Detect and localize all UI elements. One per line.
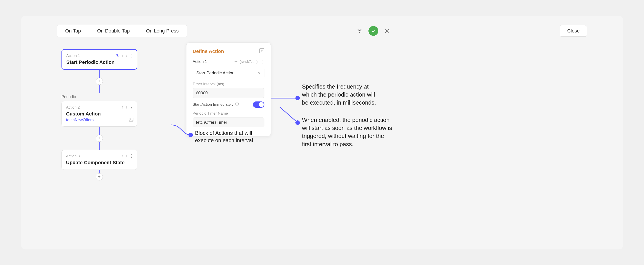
action3-card: Action 3 Update Component State ↑ ↓ ⋮ [62,150,137,170]
panel-title: Define Action [193,48,224,54]
up-arrow-2-icon[interactable]: ↑ [122,105,124,109]
action-row-label: Action 1 [193,59,207,64]
image-icon [129,118,134,123]
more-3-icon[interactable]: ⋮ [130,154,134,158]
main-container: On Tap On Double Tap On Long Press [22,16,623,250]
tabs-group: On Tap On Double Tap On Long Press [57,25,187,37]
tab-on-double-tap[interactable]: On Double Tap [89,25,138,37]
periodic-timer-input[interactable]: fetchOffersTimer [193,117,264,127]
action3-icons: ↑ ↓ ⋮ [122,154,134,158]
frequency-annotation: Specifies the frequency at which the per… [302,83,376,107]
info-icon[interactable]: ⓘ [235,102,239,107]
settings-icon[interactable] [382,26,392,36]
action-row: Action 1 ✏ (rwwk7zcb) ⋮ [193,59,264,64]
add-action-btn-3[interactable]: + [96,173,103,180]
connector-2 [99,85,100,93]
timer-interval-input[interactable]: 60000 [193,88,264,98]
connector-4 [99,142,100,150]
action1-icons: ↻ ↑ ↓ ⋮ [116,53,133,58]
tab-on-tap[interactable]: On Tap [57,25,89,37]
svg-point-2 [130,119,131,119]
refresh-icon: ↻ [116,53,120,58]
action-type-dropdown[interactable]: Start Periodic Action ∨ [193,68,264,78]
more-action-icon[interactable]: ⋮ [260,59,264,64]
pencil-icon[interactable]: ✏ [234,60,238,64]
up-arrow-icon[interactable]: ↑ [122,53,124,58]
up-arrow-3-icon[interactable]: ↑ [122,154,124,158]
immediate-annotation: When enabled, the periodic action will s… [302,116,392,148]
periodic-timer-label: Periodic Timer Name [193,111,264,116]
svg-point-6 [296,120,300,125]
svg-rect-1 [129,118,133,121]
start-immediately-label: Start Action Immediately ⓘ [193,102,239,107]
tab-on-long-press[interactable]: On Long Press [138,25,187,37]
top-bar: On Tap On Double Tap On Long Press [57,25,587,37]
action-id-badge: (rwwk7zcb) [240,60,258,64]
content-area: Action 1 Start Periodic Action ↻ ↑ ↓ ⋮ +… [57,42,623,236]
connector-5 [99,170,100,173]
action-row-right: ✏ (rwwk7zcb) ⋮ [234,59,264,64]
action2-title: Custom Action [66,111,132,117]
add-action-btn-1[interactable]: + [96,78,103,85]
connector-1 [99,70,100,78]
wifi-icon[interactable] [355,26,364,36]
toggle-row: Start Action Immediately ⓘ [193,101,264,108]
panel-header: Define Action [193,48,264,55]
more-2-icon[interactable]: ⋮ [130,105,134,110]
action1-title: Start Periodic Action [66,59,132,65]
more-icon[interactable]: ⋮ [129,53,133,58]
svg-point-5 [296,96,300,100]
chevron-down-icon: ∨ [258,70,261,75]
start-immediately-toggle[interactable] [253,101,264,108]
block-annotation: Block of Actions that will execute on ea… [195,129,253,144]
dropdown-value: Start Periodic Action [196,70,234,75]
icons-group [355,26,392,36]
add-action-btn-2[interactable]: + [96,135,103,142]
close-button[interactable]: Close [560,25,587,37]
periodic-label: Periodic [62,95,76,99]
panel-add-icon[interactable] [259,48,264,55]
down-arrow-2-icon[interactable]: ↓ [126,105,128,109]
action2-icons: ↑ ↓ ⋮ [122,105,134,110]
timer-interval-label: Timer Interval (ms) [193,82,264,86]
down-arrow-3-icon[interactable]: ↓ [126,154,128,158]
connector-3 [99,127,100,135]
down-arrow-icon[interactable]: ↓ [126,53,128,58]
action3-title: Update Component State [66,160,132,166]
action2-subtitle: fetchNewOffers [66,118,132,122]
action2-card: Action 2 Custom Action fetchNewOffers ↑ … [62,101,137,127]
svg-point-0 [386,30,388,32]
check-icon[interactable] [368,26,378,36]
define-action-panel: Define Action Action 1 ✏ (rwwk7zcb) ⋮ St [186,42,271,136]
action-flow-panel: Action 1 Start Periodic Action ↻ ↑ ↓ ⋮ +… [57,42,142,236]
action1-card: Action 1 Start Periodic Action ↻ ↑ ↓ ⋮ [62,49,137,70]
start-immediately-text: Start Action Immediately [193,102,234,107]
